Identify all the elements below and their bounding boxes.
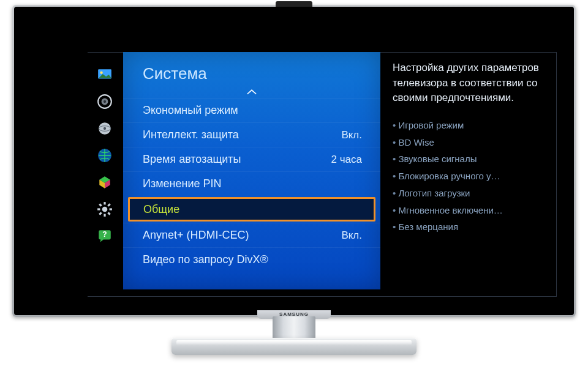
support-icon[interactable]: ? [97, 228, 113, 244]
svg-point-7 [104, 127, 106, 130]
help-bullet: Мгновенное включени… [393, 202, 545, 219]
help-bullet: Логотип загрузки [393, 185, 545, 202]
svg-text:?: ? [102, 230, 107, 239]
tv-bezel: ? Система Экономный режим Интеллект. защ… [14, 7, 574, 315]
network-icon[interactable] [97, 147, 113, 163]
help-bullets: Игровой режим BD Wise Звуковые сигналы Б… [393, 117, 545, 236]
svg-point-9 [102, 207, 108, 212]
menu-item-label: Изменение PIN [143, 177, 222, 190]
smarthub-icon[interactable] [97, 174, 113, 190]
settings-list: Экономный режим Интеллект. защита Вкл. В… [123, 98, 380, 272]
menu-item-general[interactable]: Общие [128, 197, 375, 222]
sound-icon[interactable] [97, 94, 113, 110]
help-description: Настройка других параметров телевизора в… [393, 61, 545, 106]
screen: ? Система Экономный режим Интеллект. защ… [31, 25, 557, 297]
menu-item-value: 2 часа [331, 154, 362, 166]
svg-line-17 [108, 204, 110, 206]
menu-item-label: Время автозащиты [143, 153, 241, 166]
menu-item-value: Вкл. [341, 229, 362, 242]
svg-point-4 [104, 100, 106, 103]
svg-line-16 [99, 212, 101, 214]
category-sidebar: ? [92, 67, 117, 244]
menu-item-divx-vod[interactable]: Видео по запросу DivX® [123, 247, 380, 272]
settings-list-panel: Система Экономный режим Интеллект. защит… [123, 52, 380, 289]
help-bullet: Блокировка ручного у… [393, 168, 545, 185]
panel-title: Система [123, 52, 380, 87]
menu-item-label: Общие [143, 203, 179, 216]
menu-item-value: Вкл. [341, 129, 362, 141]
picture-icon[interactable] [97, 67, 113, 83]
system-icon[interactable] [97, 201, 113, 217]
menu-item-change-pin[interactable]: Изменение PIN [123, 171, 380, 196]
tv-neck [273, 316, 315, 341]
help-panel: Настройка других параметров телевизора в… [393, 61, 545, 236]
menu-item-smart-protection[interactable]: Интеллект. защита Вкл. [123, 122, 380, 147]
menu-item-label: Видео по запросу DivX® [143, 253, 268, 266]
tv-stand [172, 338, 417, 355]
menu-item-label: Интеллект. защита [143, 129, 239, 141]
svg-line-15 [108, 212, 110, 214]
tv-frame: ? Система Экономный режим Интеллект. защ… [12, 5, 576, 317]
help-bullet: Без мерцания [393, 218, 545, 236]
help-bullet: Звуковые сигналы [393, 151, 545, 168]
menu-item-eco[interactable]: Экономный режим [123, 98, 380, 122]
scroll-up-indicator[interactable] [123, 87, 380, 98]
svg-point-1 [100, 72, 102, 74]
help-bullet: BD Wise [393, 134, 545, 151]
menu-item-label: Anynet+ (HDMI-CEC) [143, 229, 249, 242]
menu-item-label: Экономный режим [143, 104, 238, 117]
help-bullet: Игровой режим [393, 117, 545, 134]
menu-item-anynet[interactable]: Anynet+ (HDMI-CEC) Вкл. [123, 223, 380, 247]
menu-item-auto-protect-time[interactable]: Время автозащиты 2 часа [123, 147, 380, 171]
svg-line-14 [99, 204, 101, 206]
broadcast-icon[interactable] [97, 121, 113, 136]
